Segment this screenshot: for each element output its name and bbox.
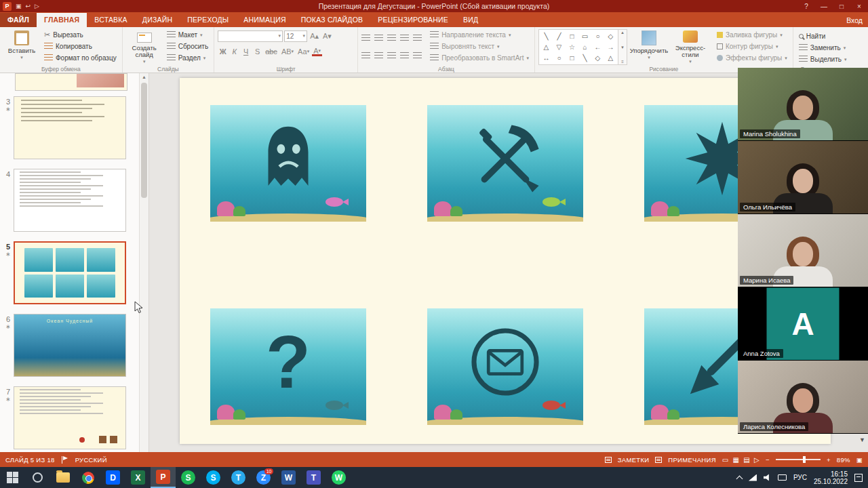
participant-video-0[interactable]: Marina Sholukhina — [738, 68, 868, 141]
hidden-icons-chevron-icon[interactable] — [736, 475, 743, 482]
align-text-button[interactable]: Выровнять текст▾ — [428, 41, 531, 52]
strikethrough-button[interactable]: abc — [264, 46, 279, 57]
justify-icon[interactable] — [400, 52, 409, 60]
new-slide-button[interactable]: Создать слайд▾ — [126, 29, 163, 65]
shape-icon-16[interactable]: ◇ — [591, 52, 604, 63]
slide-thumbnail-3[interactable]: 3∗ — [3, 96, 149, 159]
view-mode-button-0[interactable]: ▭ — [722, 456, 729, 464]
line-spacing-icon[interactable] — [413, 35, 422, 42]
language-status[interactable]: РУССКИЙ — [75, 456, 107, 464]
view-mode-button-1[interactable]: ▦ — [733, 456, 740, 464]
slide-thumbnail-partial[interactable] — [15, 73, 127, 91]
taskbar-search-icon[interactable] — [25, 467, 50, 488]
zoom-slider-thumb[interactable] — [803, 456, 806, 463]
participant-video-1[interactable]: Ольга Ильичёва — [738, 141, 868, 214]
taskbar-whatsapp-icon[interactable]: W — [326, 467, 351, 488]
action-center-icon[interactable] — [854, 474, 863, 482]
taskbar-teams-icon[interactable]: T — [301, 467, 326, 488]
italic-button[interactable]: К — [229, 46, 239, 57]
shape-icon-1[interactable]: ╱ — [553, 30, 566, 41]
participant-video-3[interactable]: AAnna Zotova — [738, 287, 868, 361]
underline-button[interactable]: Ч — [241, 46, 251, 57]
ribbon-tab-2[interactable]: ВСТАВКА — [87, 13, 134, 27]
slide-thumbnail-6[interactable]: 6∗Океан Чудесный — [3, 314, 149, 377]
shape-icon-0[interactable]: ╲ — [540, 30, 553, 41]
undo-icon[interactable]: ↩ — [26, 3, 31, 9]
shape-icon-10[interactable]: ← — [591, 41, 604, 52]
scrollbar-thumb[interactable] — [141, 83, 147, 198]
keyboard-icon[interactable] — [778, 474, 787, 481]
shape-icon-11[interactable]: → — [604, 41, 617, 52]
taskbar-excel-icon[interactable]: X — [125, 467, 151, 488]
restore-button[interactable]: □ — [833, 3, 850, 10]
replace-button[interactable]: Заменить▾ — [797, 42, 849, 54]
shape-fill-button[interactable]: Заливка фигуры▾ — [715, 29, 789, 41]
change-case-button[interactable]: Аа▾ — [296, 46, 311, 57]
text-shadow-button[interactable]: S — [252, 46, 262, 57]
bullets-icon[interactable] — [361, 35, 370, 42]
fit-slide-icon[interactable]: ▣ — [856, 456, 863, 464]
clock[interactable]: 16:15 25.10.2022 — [814, 470, 848, 485]
network-icon[interactable] — [749, 474, 757, 481]
comments-toggle[interactable]: ПРИМЕЧАНИЯ — [668, 456, 715, 464]
align-right-icon[interactable] — [387, 52, 396, 60]
align-center-icon[interactable] — [374, 52, 383, 60]
taskbar-start-button[interactable] — [0, 467, 25, 488]
zoom-percent[interactable]: 89% — [837, 456, 850, 464]
input-language[interactable]: РУС — [793, 474, 807, 481]
arrange-button[interactable]: Упорядочить▾ — [629, 29, 669, 65]
shrink-font-button[interactable]: А▾ — [321, 30, 333, 41]
taskbar-dropbox-icon[interactable]: D — [100, 467, 125, 488]
shape-icon-2[interactable]: □ — [566, 30, 578, 41]
zoom-slider[interactable] — [776, 459, 821, 460]
shape-effects-button[interactable]: Эффекты фигуры▾ — [715, 52, 789, 64]
volume-icon[interactable] — [764, 474, 771, 481]
taskbar-spotify-icon[interactable]: S — [176, 467, 201, 488]
ribbon-tab-6[interactable]: ПОКАЗ СЛАЙДОВ — [294, 13, 371, 27]
taskbar-word-icon[interactable]: W — [276, 467, 301, 488]
shape-icon-7[interactable]: ▽ — [553, 41, 566, 52]
taskbar-skype-icon[interactable]: S — [201, 467, 226, 488]
taskbar-zoom-icon[interactable]: Z10 — [251, 467, 276, 488]
participants-scroll-down-icon[interactable]: ▼ — [859, 436, 865, 443]
increase-indent-icon[interactable] — [400, 35, 409, 42]
slide-thumbnail-7[interactable]: 7∗ — [3, 386, 149, 449]
thumbnail-scrollbar[interactable]: ▲ — [139, 73, 149, 452]
shape-icon-14[interactable]: □ — [566, 52, 578, 63]
shape-icon-13[interactable]: ○ — [553, 52, 566, 63]
numbering-icon[interactable] — [374, 35, 383, 42]
smartart-button[interactable]: Преобразовать в SmartArt▾ — [428, 52, 531, 64]
find-button[interactable]: Найти — [797, 30, 849, 42]
shape-icon-12[interactable]: ↔ — [540, 52, 553, 63]
shape-icon-9[interactable]: ⌂ — [578, 41, 591, 52]
character-spacing-button[interactable]: АВ▾ — [280, 46, 295, 57]
shape-icon-4[interactable]: ○ — [591, 30, 604, 41]
ribbon-tab-1[interactable]: ГЛАВНАЯ — [37, 13, 87, 27]
quick-styles-button[interactable]: Экспресс-стили▾ — [671, 29, 710, 65]
help-button[interactable]: ? — [797, 3, 815, 10]
save-icon[interactable]: ▣ — [16, 3, 22, 9]
copy-button[interactable]: Копировать — [42, 41, 119, 52]
reset-button[interactable]: Сбросить — [165, 41, 210, 52]
select-button[interactable]: Выделить▾ — [797, 54, 849, 65]
columns-icon[interactable] — [413, 52, 422, 60]
ribbon-tab-4[interactable]: ПЕРЕХОДЫ — [180, 13, 236, 27]
zoom-out-button[interactable]: − — [766, 456, 770, 464]
font-size-combo[interactable]: 12▾ — [284, 30, 307, 42]
format-painter-button[interactable]: Формат по образцу — [42, 52, 119, 64]
slide-image-ghost[interactable] — [210, 105, 366, 222]
layout-button[interactable]: Макет▾ — [165, 29, 210, 41]
shape-icon-17[interactable]: △ — [604, 52, 617, 63]
shape-icon-15[interactable]: ╲ — [578, 52, 591, 63]
shape-icon-5[interactable]: ◇ — [604, 30, 617, 41]
slide-thumbnail-4[interactable]: 4 — [3, 169, 149, 232]
shape-outline-button[interactable]: Контур фигуры▾ — [715, 41, 789, 52]
powerpoint-app-icon[interactable]: P — [3, 2, 12, 11]
minimize-button[interactable]: — — [815, 3, 833, 10]
shape-icon-8[interactable]: ☆ — [566, 41, 578, 52]
taskbar-chrome-icon[interactable] — [75, 467, 100, 488]
current-slide[interactable]: ? — [180, 78, 831, 444]
taskbar-telegram-icon[interactable]: T — [226, 467, 251, 488]
section-button[interactable]: Раздел▾ — [165, 52, 210, 64]
slide-image-question[interactable]: ? — [210, 308, 366, 425]
